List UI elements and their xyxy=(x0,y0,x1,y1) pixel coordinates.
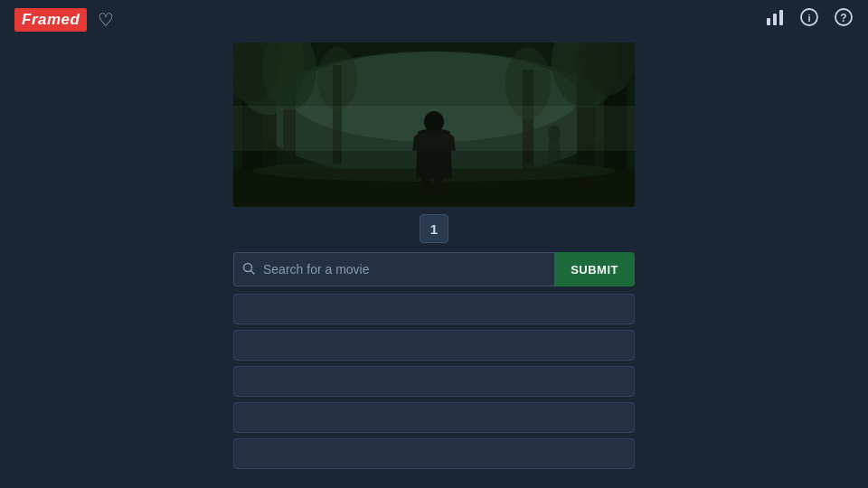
movie-scene xyxy=(233,42,635,207)
main-content: 1 SUBMIT xyxy=(0,39,868,469)
guess-slot-4 xyxy=(233,402,635,433)
svg-text:?: ? xyxy=(840,12,846,24)
header-left: Framed ♡ xyxy=(14,8,114,32)
svg-point-31 xyxy=(548,126,561,140)
stats-icon[interactable] xyxy=(765,7,785,32)
search-row: SUBMIT xyxy=(233,252,635,286)
search-area: SUBMIT xyxy=(233,252,635,469)
header: Framed ♡ i ? xyxy=(0,0,868,39)
guess-slot-2 xyxy=(233,330,635,361)
frame-counter: 1 xyxy=(420,214,448,243)
info-icon[interactable]: i xyxy=(799,7,819,32)
submit-button[interactable]: SUBMIT xyxy=(554,252,635,286)
guess-slot-1 xyxy=(233,294,635,324)
svg-rect-1 xyxy=(773,14,777,25)
search-input-wrapper xyxy=(233,252,554,286)
guess-slot-3 xyxy=(233,366,635,397)
svg-rect-29 xyxy=(421,176,430,196)
favorites-icon[interactable]: ♡ xyxy=(98,9,114,31)
svg-rect-0 xyxy=(767,18,770,25)
search-input[interactable] xyxy=(233,252,554,286)
guess-slot-5 xyxy=(233,438,635,469)
svg-rect-30 xyxy=(434,176,443,196)
logo: Framed xyxy=(14,8,87,32)
movie-frame xyxy=(233,42,635,207)
header-right: i ? xyxy=(765,7,854,32)
help-icon[interactable]: ? xyxy=(834,7,854,32)
svg-point-24 xyxy=(317,47,357,110)
svg-text:i: i xyxy=(807,13,810,23)
svg-rect-2 xyxy=(779,10,783,25)
